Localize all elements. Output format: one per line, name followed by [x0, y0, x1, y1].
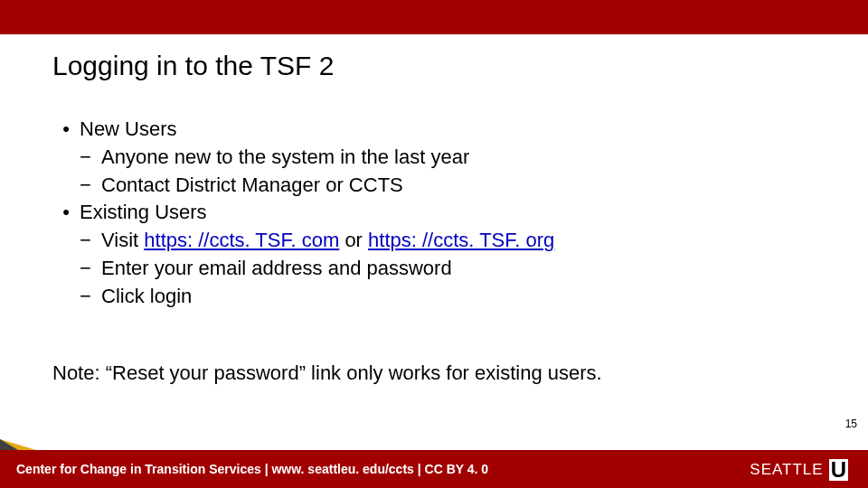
bullet-text: New Users	[80, 116, 812, 144]
bullet-dot-icon: •	[52, 116, 80, 144]
bullet-text: Existing Users	[80, 199, 812, 227]
bullet-dash-icon: −	[80, 227, 101, 255]
slide-title: Logging in to the TSF 2	[52, 51, 334, 81]
text-mid: or	[339, 229, 368, 251]
seattleu-logo: SEATTLE U	[750, 459, 848, 481]
bullet-level2: − Enter your email address and password	[80, 255, 812, 283]
bullet-text: Click login	[101, 283, 812, 311]
bullet-level2: − Contact District Manager or CCTS	[80, 172, 812, 200]
bullet-dash-icon: −	[80, 283, 101, 311]
footer-text: Center for Change in Transition Services…	[16, 462, 488, 476]
bullet-text: Visit https: //ccts. TSF. com or https: …	[101, 227, 812, 255]
bullet-dash-icon: −	[80, 144, 101, 172]
bullet-dash-icon: −	[80, 255, 101, 283]
bullet-level1: • Existing Users	[52, 199, 812, 227]
bullet-text: Contact District Manager or CCTS	[101, 172, 812, 200]
bullet-level2: − Visit https: //ccts. TSF. com or https…	[80, 227, 812, 255]
bullet-dash-icon: −	[80, 172, 101, 200]
bullet-dot-icon: •	[52, 199, 80, 227]
bullet-text: Enter your email address and password	[101, 255, 812, 283]
slide: Logging in to the TSF 2 • New Users − An…	[0, 0, 868, 488]
link-ccts-org[interactable]: https: //ccts. TSF. org	[368, 229, 554, 251]
logo-u: U	[829, 459, 848, 481]
bullet-level2: − Anyone new to the system in the last y…	[80, 144, 812, 172]
bullet-level1: • New Users	[52, 116, 812, 144]
bullet-text: Anyone new to the system in the last yea…	[101, 144, 812, 172]
top-accent-bar	[0, 0, 868, 34]
content-block: • New Users − Anyone new to the system i…	[52, 116, 812, 311]
note-text: Note: “Reset your password” link only wo…	[52, 361, 830, 385]
link-ccts-com[interactable]: https: //ccts. TSF. com	[144, 229, 339, 251]
footer-bar: Center for Change in Transition Services…	[0, 450, 868, 488]
text-prefix: Visit	[101, 229, 144, 251]
corner-triangle-dark-icon	[0, 439, 18, 450]
bullet-level2: − Click login	[80, 283, 812, 311]
page-number: 15	[845, 418, 857, 430]
logo-name: SEATTLE	[750, 461, 823, 479]
